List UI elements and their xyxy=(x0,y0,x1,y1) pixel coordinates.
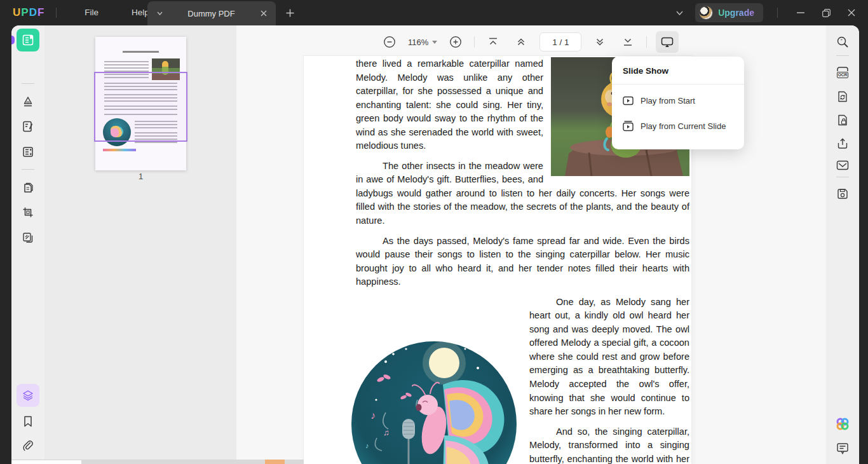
organize-pages-button[interactable] xyxy=(18,142,38,162)
paperclip-icon xyxy=(22,439,34,452)
bookmark-icon xyxy=(23,416,33,427)
rail-divider xyxy=(836,55,849,56)
thumbnail-panel: 1 xyxy=(44,25,236,464)
toolbar-divider xyxy=(474,36,475,48)
titlebar-divider xyxy=(56,8,57,18)
page-number-value: 1 / 1 xyxy=(552,38,569,47)
lock-page-icon xyxy=(836,114,849,126)
thumbnail-page-number: 1 xyxy=(95,172,186,181)
envelope-icon xyxy=(836,160,849,170)
play-from-current-icon xyxy=(623,121,634,132)
paragraph-4-text: One day, as Melody sang her heart out, a… xyxy=(529,297,689,416)
slideshow-icon xyxy=(661,37,674,48)
scroll-to-bottom-button[interactable] xyxy=(618,32,637,51)
account-chevron-icon[interactable] xyxy=(671,4,688,21)
organize-icon xyxy=(22,146,34,158)
zoom-dropdown-icon xyxy=(432,41,437,44)
extract-pages-button[interactable] xyxy=(18,228,38,248)
logo-letter: P xyxy=(21,6,29,19)
thumbnail-viewport-box[interactable] xyxy=(94,72,187,142)
close-button[interactable] xyxy=(839,0,864,25)
user-avatar xyxy=(699,6,713,20)
background-window-sliver xyxy=(11,460,304,464)
logo-letter: F xyxy=(37,6,44,19)
marker-icon xyxy=(22,95,34,108)
titlebar-right: Upgrade xyxy=(671,0,868,25)
save-button[interactable] xyxy=(832,184,853,204)
tab-close-icon[interactable] xyxy=(257,7,270,20)
crop-icon xyxy=(22,206,34,219)
minimize-button[interactable] xyxy=(788,0,813,25)
left-toolbar xyxy=(11,25,44,464)
svg-text:♫: ♫ xyxy=(383,428,390,437)
layers-button[interactable] xyxy=(17,384,39,407)
slideshow-button[interactable] xyxy=(656,31,679,53)
extract-icon xyxy=(22,231,34,244)
scroll-to-top-button[interactable] xyxy=(484,32,503,51)
page-tools-button[interactable] xyxy=(18,178,38,198)
ai-assistant-icon xyxy=(835,416,850,432)
titlebar: UPDF File Help Dummy PDF Upgrade xyxy=(0,0,868,25)
zoom-out-button[interactable] xyxy=(380,32,399,51)
zoom-level-value: 116% xyxy=(408,38,428,47)
pages-icon xyxy=(22,182,34,194)
zoom-level-control[interactable]: 116% xyxy=(408,38,437,47)
reader-mode-button[interactable] xyxy=(17,29,39,51)
content-shell: 1 116% xyxy=(11,25,859,464)
paragraph-3: As the days passed, Melody's fame spread… xyxy=(356,235,689,289)
thumb-footer-art xyxy=(103,149,136,151)
crop-button[interactable] xyxy=(18,202,38,222)
slideshow-menu: Slide Show Play from Start Play from Cur… xyxy=(612,57,744,149)
rail-divider xyxy=(22,83,34,84)
ai-assistant-button[interactable] xyxy=(832,414,853,434)
zoom-in-button[interactable] xyxy=(446,32,465,51)
menu-item-play-from-current[interactable]: Play from Current Slide xyxy=(612,113,744,139)
edit-pdf-button[interactable] xyxy=(18,116,38,137)
svg-text:♪: ♪ xyxy=(370,410,376,421)
next-page-button[interactable] xyxy=(590,32,609,51)
bookmark-button[interactable] xyxy=(18,411,38,432)
reader-icon xyxy=(22,34,34,46)
feedback-bubble-icon xyxy=(836,442,849,454)
share-button[interactable] xyxy=(832,133,853,154)
toolbar-divider xyxy=(646,36,647,48)
app-window: UPDF File Help Dummy PDF Upgrade xyxy=(0,0,868,464)
ocr-scan-icon xyxy=(837,67,848,71)
paragraph-3-text: As the days passed, Melody's fame spread… xyxy=(356,236,689,287)
logo-letter: D xyxy=(29,6,37,19)
annotate-button[interactable] xyxy=(18,92,38,112)
search-icon xyxy=(836,36,849,48)
logo-letter: U xyxy=(13,6,21,19)
email-button[interactable] xyxy=(832,155,853,175)
feedback-button[interactable] xyxy=(832,438,853,458)
menu-file[interactable]: File xyxy=(68,0,115,25)
previous-page-button[interactable] xyxy=(512,32,531,51)
ocr-label: OCR xyxy=(837,72,848,78)
play-from-start-icon xyxy=(623,96,634,106)
tab-dummy-pdf[interactable]: Dummy PDF xyxy=(147,1,276,25)
restore-button[interactable] xyxy=(813,0,839,25)
upgrade-label: Upgrade xyxy=(718,8,754,18)
edit-page-icon xyxy=(22,120,34,133)
page-number-input[interactable]: 1 / 1 xyxy=(539,32,581,51)
paragraph-5-text: And so, the singing caterpillar, Melody,… xyxy=(529,426,689,464)
new-tab-button[interactable] xyxy=(282,5,297,20)
paragraph-1-text: there lived a remarkable caterpillar nam… xyxy=(356,58,543,151)
attachment-button[interactable] xyxy=(18,435,38,456)
convert-button[interactable] xyxy=(832,86,853,107)
window-controls-divider xyxy=(777,8,778,18)
upgrade-button[interactable]: Upgrade xyxy=(695,3,763,22)
svg-text:♪: ♪ xyxy=(365,442,369,449)
share-icon xyxy=(836,137,849,150)
window-corner xyxy=(0,449,11,464)
right-toolbar: OCR xyxy=(826,25,859,464)
ocr-button[interactable]: OCR xyxy=(832,62,853,83)
search-button[interactable] xyxy=(832,32,853,52)
rail-divider xyxy=(836,177,849,177)
paragraph-4: ♪ ♫ ♪ xyxy=(356,296,689,419)
tab-dropdown-icon[interactable] xyxy=(154,8,165,19)
menu-item-label: Play from Current Slide xyxy=(641,121,726,131)
menu-item-play-from-start[interactable]: Play from Start xyxy=(612,88,744,113)
protect-button[interactable] xyxy=(832,110,853,130)
menu-item-label: Play from Start xyxy=(641,96,695,106)
